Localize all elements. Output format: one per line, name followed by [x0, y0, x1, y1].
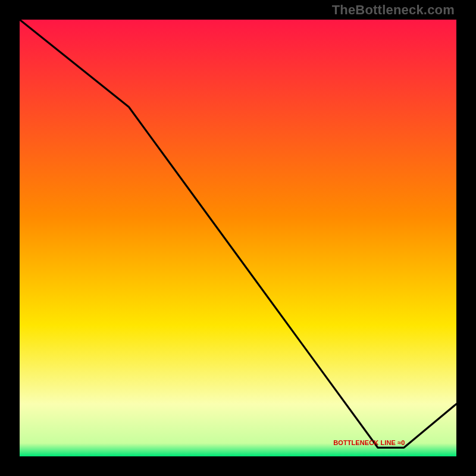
gradient-fill [20, 20, 456, 456]
watermark-text: TheBottleneck.com [332, 2, 455, 18]
chart-frame: BOTTLENECK LINE ≈0 TheBottleneck.com [0, 0, 476, 476]
bottleneck-zero-label: BOTTLENECK LINE ≈0 [333, 439, 405, 446]
gradient-svg [20, 20, 456, 456]
plot-area: BOTTLENECK LINE ≈0 [20, 20, 456, 456]
